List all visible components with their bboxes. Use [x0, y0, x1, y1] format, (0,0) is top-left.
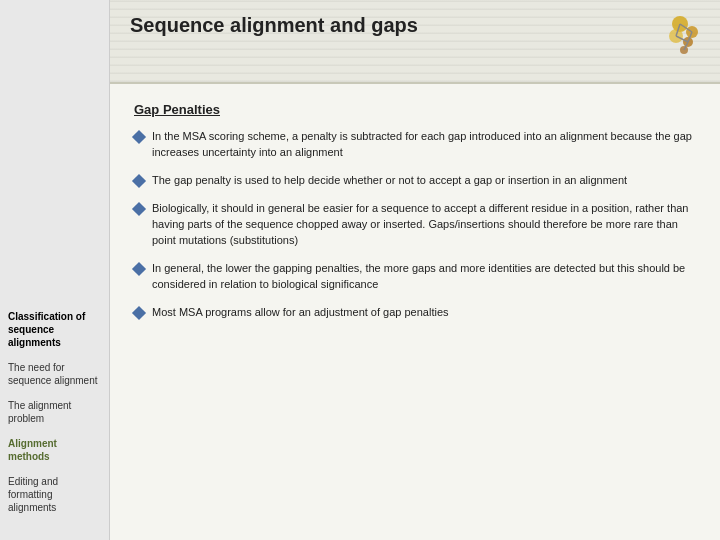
bullet-diamond-1 — [132, 130, 146, 144]
bullet-diamond-5 — [132, 305, 146, 319]
main-content: Sequence alignment and gaps Gap Penaltie… — [110, 0, 720, 540]
bullet-item-2: The gap penalty is used to help decide w… — [134, 173, 696, 189]
bullet-item-1: In the MSA scoring scheme, a penalty is … — [134, 129, 696, 161]
content-area: Gap Penalties In the MSA scoring scheme,… — [110, 84, 720, 540]
sidebar-item-classification[interactable]: Classification of sequence alignments — [0, 304, 109, 355]
dna-icon — [638, 14, 700, 72]
sidebar-item-need[interactable]: The need for sequence alignment — [0, 355, 109, 393]
bullet-diamond-3 — [132, 202, 146, 216]
bullet-item-4: In general, the lower the gapping penalt… — [134, 261, 696, 293]
bullet-diamond-2 — [132, 174, 146, 188]
sidebar: Classification of sequence alignments Th… — [0, 0, 110, 540]
bullet-item-3: Biologically, it should in general be ea… — [134, 201, 696, 249]
bullet-text-3: Biologically, it should in general be ea… — [152, 201, 696, 249]
bullet-diamond-4 — [132, 262, 146, 276]
header-bar: Sequence alignment and gaps — [110, 0, 720, 84]
sidebar-item-editing[interactable]: Editing and formatting alignments — [0, 469, 109, 520]
section-title: Gap Penalties — [134, 102, 696, 117]
header: Sequence alignment and gaps — [110, 0, 720, 84]
sidebar-item-alignment-problem[interactable]: The alignment problem — [0, 393, 109, 431]
bullet-text-1: In the MSA scoring scheme, a penalty is … — [152, 129, 696, 161]
bullet-item-5: Most MSA programs allow for an adjustmen… — [134, 305, 696, 321]
sidebar-item-methods[interactable]: Alignment methods — [0, 431, 109, 469]
page-title: Sequence alignment and gaps — [130, 14, 418, 37]
bullet-text-2: The gap penalty is used to help decide w… — [152, 173, 696, 189]
bullet-text-4: In general, the lower the gapping penalt… — [152, 261, 696, 293]
bullet-text-5: Most MSA programs allow for an adjustmen… — [152, 305, 696, 321]
